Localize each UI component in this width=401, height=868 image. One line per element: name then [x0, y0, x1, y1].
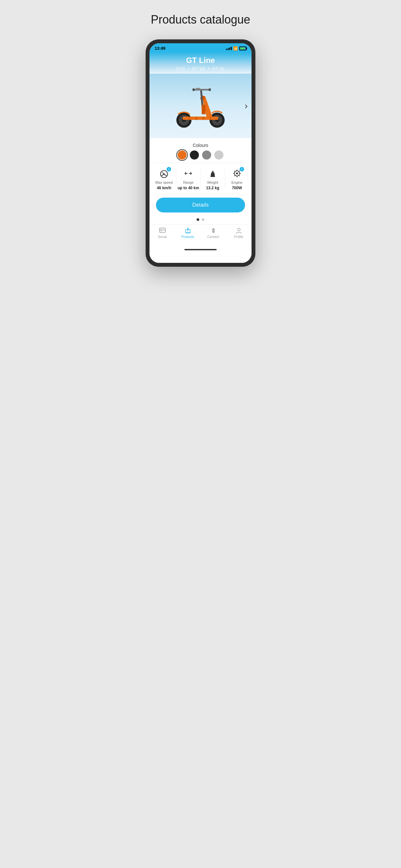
svg-rect-12: [202, 104, 206, 114]
range-label: Range: [183, 181, 193, 184]
wifi-icon: 📶: [233, 46, 238, 51]
variant-gtse: GT SE: [192, 66, 205, 71]
profile-icon: [235, 227, 243, 234]
connect-icon: [210, 227, 217, 234]
specs-section: i Max speed 46 km/h: [150, 163, 251, 195]
svg-rect-21: [212, 171, 213, 172]
svg-point-32: [238, 228, 240, 231]
spec-icon-wrap-weight: [207, 167, 219, 179]
social-icon: [159, 227, 166, 234]
svg-rect-14: [196, 117, 197, 120]
spec-icon-wrap-range: [182, 167, 194, 179]
nav-label-products: Products: [181, 235, 194, 239]
spec-max-speed: i Max speed 46 km/h: [152, 167, 176, 190]
product-line-title: GT Line: [150, 52, 251, 66]
home-indicator: [150, 244, 251, 253]
phone-screen: 13:49 📶 GT Line: [150, 43, 251, 263]
bottom-nav: Social Products: [150, 224, 251, 244]
colours-label: Colours: [193, 143, 208, 148]
colour-swatch-grey[interactable]: [202, 151, 211, 159]
svg-rect-9: [192, 89, 195, 91]
svg-point-29: [186, 232, 188, 234]
product-variants: GTS • GT SE • GT SL: [150, 66, 251, 73]
spec-range: Range up to 40 km: [176, 167, 200, 190]
signal-icon: [226, 47, 232, 50]
svg-rect-15: [203, 117, 204, 120]
svg-rect-16: [210, 117, 211, 120]
engine-value: 700W: [232, 186, 242, 190]
scooter-image: [165, 80, 236, 132]
svg-point-19: [163, 174, 165, 175]
weight-value: 13.2 kg: [206, 186, 219, 190]
speed-value: 46 km/h: [157, 186, 172, 190]
speed-info-badge: i: [166, 167, 171, 172]
nav-item-social[interactable]: Social: [150, 227, 175, 239]
dot-separator-2: •: [208, 66, 210, 71]
nav-label-social: Social: [158, 235, 166, 239]
dot-separator-1: •: [188, 66, 189, 71]
nav-label-connect: Connect: [207, 235, 219, 239]
home-indicator-bar: [184, 249, 217, 250]
engine-label: Engine: [232, 181, 243, 184]
spec-weight: Weight 13.2 kg: [201, 167, 225, 190]
page-title: Products catalogue: [151, 13, 250, 27]
phone-shell: 13:49 📶 GT Line: [146, 39, 255, 267]
next-arrow[interactable]: ›: [245, 101, 248, 111]
spec-icon-wrap-speed: i: [158, 167, 170, 179]
header-area: GT Line GTS • GT SE • GT SL: [150, 52, 251, 73]
content-area: Colours: [150, 138, 251, 263]
colour-swatch-orange[interactable]: [178, 151, 187, 159]
status-bar: 13:49 📶: [150, 43, 251, 52]
colour-swatch-lightgrey[interactable]: [214, 151, 223, 159]
details-button-wrap: Details: [150, 195, 251, 216]
engine-info-badge: i: [240, 167, 244, 172]
nav-item-connect[interactable]: Connect: [201, 227, 226, 239]
colour-swatches: [178, 151, 223, 159]
weight-icon: [208, 168, 218, 178]
page-dot-2: [202, 218, 204, 221]
page-dot-1: [197, 218, 199, 221]
speed-label: Max speed: [155, 181, 173, 184]
svg-rect-24: [159, 228, 165, 232]
spec-icon-wrap-engine: i: [231, 167, 243, 179]
battery-icon: [239, 46, 246, 51]
products-icon: [184, 227, 191, 234]
svg-rect-13: [189, 117, 189, 120]
details-button[interactable]: Details: [156, 197, 245, 213]
weight-label: Weight: [207, 181, 218, 184]
colours-section: Colours: [150, 138, 251, 163]
status-icons: 📶: [226, 46, 246, 51]
svg-rect-11: [196, 88, 200, 89]
range-value: up to 40 km: [178, 186, 199, 190]
svg-point-30: [188, 232, 189, 234]
colour-swatch-black[interactable]: [190, 151, 199, 159]
variant-gtsl: GT SL: [212, 66, 225, 71]
nav-item-profile[interactable]: Profile: [226, 227, 251, 239]
nav-item-products[interactable]: Products: [175, 227, 201, 239]
product-image-area: ›: [150, 73, 251, 138]
page-wrapper: Products catalogue 13:49 📶: [134, 0, 267, 286]
svg-rect-6: [183, 117, 218, 120]
svg-point-23: [236, 173, 238, 175]
nav-label-profile: Profile: [234, 235, 243, 239]
pagination-dots: [150, 216, 251, 224]
spec-engine: i Engine 700W: [225, 167, 249, 190]
svg-rect-10: [209, 89, 211, 91]
status-time: 13:49: [155, 46, 165, 51]
range-icon: [183, 168, 193, 178]
variant-gts: GTS: [176, 66, 185, 71]
